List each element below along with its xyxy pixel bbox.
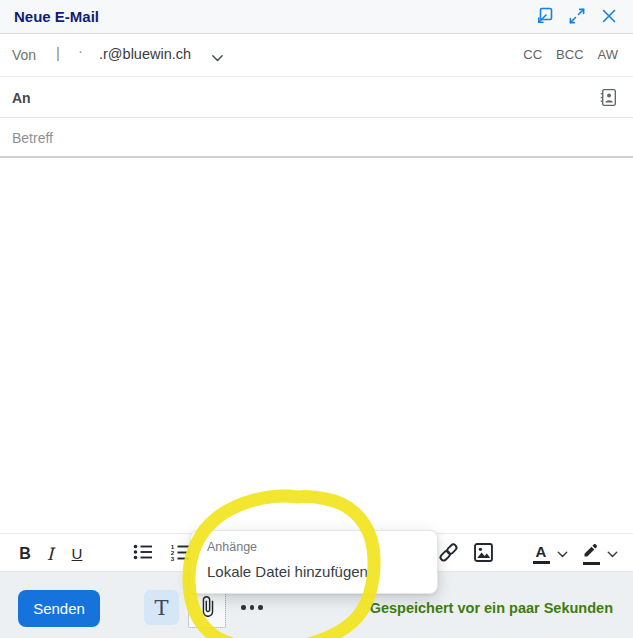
highlighter-pen-icon (582, 542, 601, 560)
chevron-down-icon (557, 546, 568, 561)
chevron-down-icon (211, 51, 224, 66)
sender-select-button[interactable] (211, 51, 224, 66)
image-icon (472, 541, 495, 567)
to-row[interactable]: An (0, 78, 633, 118)
chevron-down-icon (607, 546, 618, 561)
attachments-menu: Anhänge Lokale Datei hinzufügen (190, 530, 438, 594)
address-book-button[interactable] (597, 87, 619, 109)
insert-image-button[interactable] (470, 538, 496, 569)
close-icon (599, 6, 619, 29)
highlight-color-swatch (583, 562, 600, 565)
underline-button[interactable]: U (64, 538, 90, 569)
close-button[interactable] (597, 5, 621, 29)
window-header: Neue E-Mail (0, 0, 633, 34)
save-status: Gespeichert vor ein paar Sekunden (370, 600, 613, 616)
font-color-chevron-button[interactable] (553, 538, 571, 569)
address-book-icon (598, 96, 619, 111)
font-color-button[interactable]: A (528, 538, 554, 569)
redacted-cursor: | (56, 44, 60, 61)
from-row: | Von | · .r@bluewin.ch CC BCC AW (0, 34, 633, 77)
expand-icon (567, 6, 587, 29)
more-options-button[interactable] (232, 590, 272, 625)
paperclip-icon (196, 595, 219, 621)
font-color-swatch (533, 561, 550, 564)
from-label: Von (12, 47, 36, 63)
menu-item-add-local-file[interactable]: Lokale Datei hinzufügen (207, 563, 368, 580)
bullet-list-icon (132, 542, 154, 565)
recipient-toggles: CC BCC AW (523, 47, 618, 62)
open-in-window-button[interactable] (533, 5, 557, 29)
compose-window: Neue E-Mail (0, 0, 633, 638)
bold-button[interactable]: B (12, 538, 38, 569)
sender-address[interactable]: .r@bluewin.ch (99, 46, 191, 62)
highlight-chevron-button[interactable] (603, 538, 621, 569)
numbered-list-icon: 123 (169, 542, 191, 565)
more-options-icon (241, 605, 263, 610)
link-icon (437, 541, 460, 567)
highlight-color-button[interactable] (578, 538, 604, 569)
cc-toggle[interactable]: CC (523, 47, 542, 62)
bcc-toggle[interactable]: BCC (556, 47, 583, 62)
plain-text-toggle[interactable]: T (144, 590, 179, 625)
message-body[interactable] (0, 160, 633, 533)
svg-text:3: 3 (171, 555, 175, 562)
expand-button[interactable] (565, 5, 589, 29)
attachments-menu-title: Anhänge (207, 540, 421, 554)
send-button[interactable]: Senden (18, 590, 100, 627)
insert-link-button[interactable] (435, 538, 461, 569)
aw-toggle[interactable]: AW (598, 47, 618, 62)
italic-button[interactable]: I (37, 538, 63, 569)
bullet-list-button[interactable] (130, 538, 156, 569)
open-in-window-icon (535, 6, 555, 29)
subject-placeholder: Betreff (12, 130, 53, 146)
to-label: An (12, 90, 31, 106)
window-title: Neue E-Mail (14, 8, 99, 25)
redacted-dot: · (78, 42, 83, 59)
subject-row[interactable]: Betreff (0, 118, 633, 158)
font-color-letter: A (536, 544, 547, 559)
